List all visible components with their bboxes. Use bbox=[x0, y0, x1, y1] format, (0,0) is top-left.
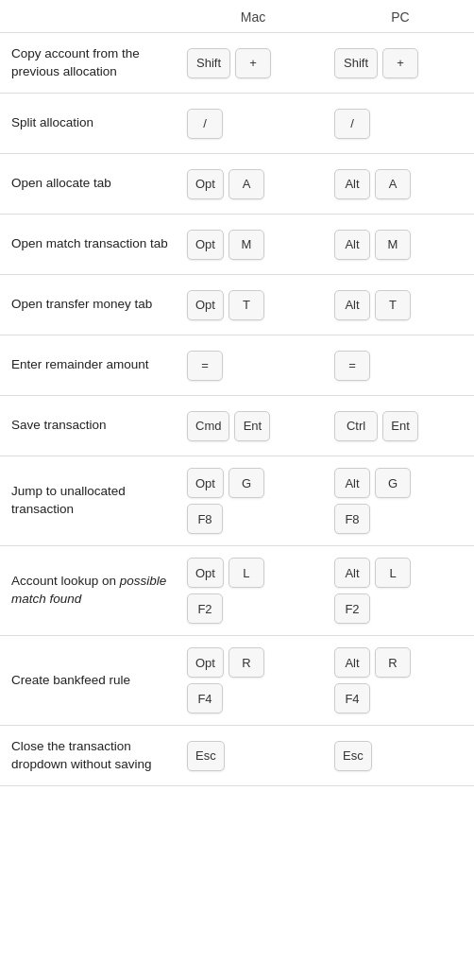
table-row: Enter remainder amount== bbox=[0, 335, 474, 396]
key-badge: L bbox=[375, 558, 411, 588]
pc-keys: = bbox=[327, 351, 474, 381]
table-row: Save transactionCmdEntCtrlEnt bbox=[0, 396, 474, 456]
mac-keys: OptRF4 bbox=[179, 647, 327, 714]
key-badge: = bbox=[334, 351, 370, 381]
action-label: Copy account from the previous allocatio… bbox=[0, 45, 179, 81]
key-badge: F2 bbox=[187, 593, 223, 624]
key-badge: / bbox=[187, 109, 223, 139]
table-body: Copy account from the previous allocatio… bbox=[0, 33, 474, 786]
table-row: Open match transaction tabOptMAltM bbox=[0, 215, 474, 275]
key-badge: = bbox=[187, 351, 223, 381]
header-pc: PC bbox=[327, 9, 474, 25]
action-label: Enter remainder amount bbox=[0, 356, 179, 374]
key-badge: + bbox=[382, 48, 418, 78]
table-row: Close the transaction dropdown without s… bbox=[0, 726, 474, 786]
key-row: Shift+ bbox=[334, 48, 418, 78]
pc-keys: AltM bbox=[327, 230, 474, 260]
pc-keys: AltRF4 bbox=[327, 647, 474, 714]
mac-keys: Shift+ bbox=[179, 48, 327, 78]
key-row: AltR bbox=[334, 647, 411, 678]
key-badge: F4 bbox=[187, 683, 223, 714]
key-badge: Opt bbox=[187, 169, 224, 199]
key-badge: Ent bbox=[382, 411, 418, 441]
key-badge: G bbox=[375, 468, 411, 498]
key-row: Shift+ bbox=[187, 48, 271, 78]
key-badge: F2 bbox=[334, 593, 370, 624]
key-badge: Alt bbox=[334, 230, 370, 260]
key-row: AltG bbox=[334, 468, 411, 498]
key-badge: Shift bbox=[334, 48, 378, 78]
action-label: Jump to unallocated transaction bbox=[0, 483, 179, 519]
key-badge: Opt bbox=[187, 647, 224, 678]
key-badge: F8 bbox=[334, 504, 370, 534]
key-badge: L bbox=[229, 558, 264, 588]
pc-keys: AltA bbox=[327, 169, 474, 199]
key-row: OptG bbox=[187, 468, 264, 498]
mac-keys: Esc bbox=[179, 741, 327, 771]
key-badge: Alt bbox=[334, 290, 370, 320]
header-action bbox=[0, 9, 179, 25]
key-badge: F4 bbox=[334, 683, 370, 714]
key-row: Esc bbox=[187, 741, 225, 771]
key-row: OptL bbox=[187, 558, 264, 588]
key-row: AltT bbox=[334, 290, 411, 320]
key-badge: M bbox=[229, 230, 264, 260]
key-row: / bbox=[187, 109, 223, 139]
key-badge: Opt bbox=[187, 290, 224, 320]
key-badge: T bbox=[229, 290, 264, 320]
key-row: OptM bbox=[187, 230, 264, 260]
mac-keys: OptGF8 bbox=[179, 468, 327, 534]
mac-keys: / bbox=[179, 109, 327, 139]
key-badge: F8 bbox=[187, 504, 223, 534]
key-row: CtrlEnt bbox=[334, 411, 418, 441]
key-badge: Alt bbox=[334, 647, 370, 678]
key-row: OptT bbox=[187, 290, 264, 320]
key-badge: R bbox=[375, 647, 411, 678]
mac-keys: OptM bbox=[179, 230, 327, 260]
table-row: Jump to unallocated transactionOptGF8Alt… bbox=[0, 456, 474, 546]
action-label: Create bankfeed rule bbox=[0, 672, 179, 690]
table-row: Copy account from the previous allocatio… bbox=[0, 33, 474, 94]
key-row: = bbox=[334, 351, 370, 381]
key-row: F8 bbox=[334, 504, 370, 534]
action-label: Open match transaction tab bbox=[0, 235, 179, 253]
header-mac: Mac bbox=[179, 9, 327, 25]
key-row: CmdEnt bbox=[187, 411, 270, 441]
action-label: Split allocation bbox=[0, 114, 179, 132]
action-label: Open allocate tab bbox=[0, 175, 179, 193]
key-badge: Esc bbox=[187, 741, 225, 771]
key-badge: A bbox=[229, 169, 264, 199]
key-row: F4 bbox=[187, 683, 223, 714]
table-row: Open allocate tabOptAAltA bbox=[0, 154, 474, 215]
key-badge: Cmd bbox=[187, 411, 229, 441]
mac-keys: = bbox=[179, 351, 327, 381]
action-label: Close the transaction dropdown without s… bbox=[0, 738, 179, 774]
pc-keys: CtrlEnt bbox=[327, 411, 474, 441]
action-label: Save transaction bbox=[0, 417, 179, 435]
key-badge: Opt bbox=[187, 230, 224, 260]
key-badge: Alt bbox=[334, 169, 370, 199]
key-badge: R bbox=[229, 647, 264, 678]
key-badge: Opt bbox=[187, 468, 224, 498]
key-row: F4 bbox=[334, 683, 370, 714]
key-badge: Esc bbox=[334, 741, 372, 771]
key-row: F2 bbox=[334, 593, 370, 624]
pc-keys: AltGF8 bbox=[327, 468, 474, 534]
action-label: Open transfer money tab bbox=[0, 296, 179, 314]
key-badge: Opt bbox=[187, 558, 224, 588]
key-badge: Shift bbox=[187, 48, 230, 78]
key-badge: + bbox=[235, 48, 271, 78]
keyboard-shortcuts-table: Mac PC Copy account from the previous al… bbox=[0, 0, 474, 786]
table-header: Mac PC bbox=[0, 0, 474, 33]
mac-keys: OptLF2 bbox=[179, 558, 327, 624]
key-badge: M bbox=[375, 230, 411, 260]
key-row: Esc bbox=[334, 741, 372, 771]
key-badge: T bbox=[375, 290, 411, 320]
key-badge: Ctrl bbox=[334, 411, 378, 441]
key-row: OptA bbox=[187, 169, 264, 199]
key-row: AltM bbox=[334, 230, 411, 260]
key-row: AltA bbox=[334, 169, 411, 199]
mac-keys: OptA bbox=[179, 169, 327, 199]
mac-keys: CmdEnt bbox=[179, 411, 327, 441]
key-badge: A bbox=[375, 169, 411, 199]
